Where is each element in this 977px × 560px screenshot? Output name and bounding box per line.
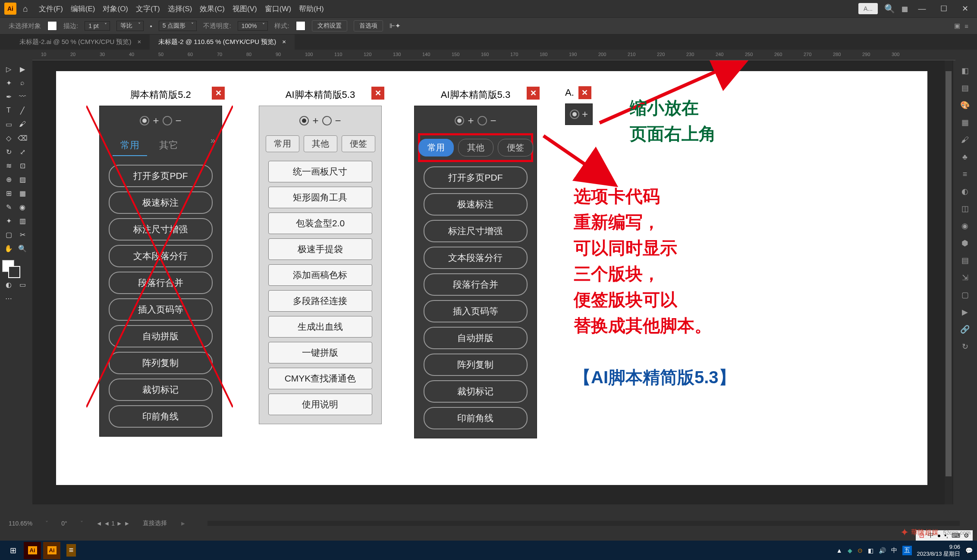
edit-toolbar[interactable]: ⋯: [2, 292, 15, 305]
slice-tool[interactable]: ✂: [16, 228, 29, 241]
doc-setup-button[interactable]: 文档设置: [312, 20, 347, 31]
transparency-panel-icon[interactable]: ◫: [955, 200, 975, 217]
panel53dark-close-button[interactable]: ✕: [527, 87, 540, 100]
script-button[interactable]: 阵列复制: [424, 354, 528, 376]
selection-tool[interactable]: ▷: [2, 63, 15, 75]
start-button[interactable]: ⊞: [4, 542, 22, 559]
script-button[interactable]: CMYK查找潘通色: [268, 368, 373, 389]
panel53light-close-button[interactable]: ✕: [371, 87, 384, 100]
script-button[interactable]: 标注尺寸增强: [424, 220, 528, 242]
gradient-panel-icon[interactable]: ◐: [955, 183, 975, 200]
actions-panel-icon[interactable]: ▶: [955, 304, 975, 320]
fill-swatch[interactable]: [47, 21, 57, 31]
notification-icon[interactable]: 💬: [965, 547, 973, 554]
search-icon[interactable]: 🔍: [884, 3, 895, 14]
radio-expand[interactable]: [140, 116, 149, 125]
script-button[interactable]: 极速标注: [109, 191, 213, 214]
script-button[interactable]: 使用说明: [268, 394, 373, 415]
script-button[interactable]: 插入页码等: [109, 298, 213, 321]
brushes-panel-icon[interactable]: 🖌: [955, 131, 975, 148]
script-button[interactable]: 插入页码等: [424, 300, 528, 322]
opacity-value[interactable]: 100%: [238, 21, 268, 31]
eyedropper-tool[interactable]: ✎: [2, 200, 15, 213]
radio-expand-d[interactable]: [455, 116, 464, 125]
taskbar-ai-2[interactable]: Ai: [43, 542, 60, 559]
script-button[interactable]: 包装盒型2.0: [268, 213, 373, 234]
script-button[interactable]: 标注尺寸增强: [109, 218, 213, 241]
vertical-scrollbar[interactable]: [945, 60, 952, 504]
script-button[interactable]: 文本段落分行: [109, 245, 213, 267]
taskbar-ai-1[interactable]: Ai: [24, 542, 41, 559]
rectangle-tool[interactable]: ▭: [2, 118, 15, 131]
mini-radio[interactable]: [570, 109, 579, 119]
radio-expand-l[interactable]: [299, 116, 309, 125]
script-button[interactable]: 印前角线: [109, 405, 213, 428]
tray-icon[interactable]: ◆: [848, 547, 852, 554]
pen-tool[interactable]: ✒: [2, 90, 15, 103]
minimize-icon[interactable]: —: [914, 4, 930, 13]
script-button[interactable]: 自动拼版: [109, 325, 213, 347]
tab-other-d[interactable]: 其他: [458, 139, 493, 156]
clock[interactable]: 9:06 2023/8/13 星期日: [917, 544, 960, 557]
script-button[interactable]: 打开多页PDF: [424, 166, 528, 189]
menu-select[interactable]: 选择(S): [168, 4, 192, 14]
hand-tool[interactable]: ✋: [2, 242, 15, 255]
screen-mode[interactable]: ▭: [16, 278, 29, 291]
shaper-tool[interactable]: ◇: [2, 131, 15, 144]
tab-notes-l[interactable]: 便签: [342, 135, 375, 152]
panel-menu-icon[interactable]: ≡: [964, 22, 968, 30]
asset-export-panel-icon[interactable]: ⇲: [955, 269, 975, 286]
line-tool[interactable]: ╱: [16, 104, 29, 117]
script-button[interactable]: 裁切标记: [109, 379, 213, 401]
doc-tab-1[interactable]: 未标题-2.ai @ 50 % (CMYK/CPU 预览) ×: [11, 34, 150, 50]
maximize-icon[interactable]: ☐: [936, 4, 951, 13]
menu-view[interactable]: 视图(V): [232, 4, 257, 14]
zoom-level[interactable]: 110.65%: [9, 520, 32, 527]
blend-tool[interactable]: ◉: [16, 200, 29, 213]
script-button[interactable]: 裁切标记: [424, 380, 528, 403]
type-tool[interactable]: T: [2, 104, 15, 117]
direct-select-tool[interactable]: ▶: [16, 63, 29, 75]
horizontal-scrollbar[interactable]: [207, 521, 960, 526]
stroke-color[interactable]: [8, 266, 20, 278]
script-button[interactable]: 多段路径连接: [268, 290, 373, 312]
shape-builder-tool[interactable]: ⊕: [2, 173, 15, 186]
script-button[interactable]: 一键拼版: [268, 342, 373, 363]
close-icon[interactable]: ✕: [958, 4, 973, 13]
chevron-right-icon[interactable]: »: [210, 135, 215, 156]
symbol-sprayer-tool[interactable]: ✦: [2, 214, 15, 227]
tray-icon[interactable]: ◧: [868, 547, 873, 554]
curvature-tool[interactable]: 〰: [16, 90, 29, 103]
color-panel-icon[interactable]: 🎨: [955, 97, 975, 113]
rotate-tool[interactable]: ↻: [2, 145, 15, 158]
tab-notes-d[interactable]: 便签: [498, 139, 533, 156]
uniform-dd[interactable]: 等比: [116, 21, 144, 31]
appearance-panel-icon[interactable]: ◉: [955, 218, 975, 234]
script-button[interactable]: 生成出血线: [268, 316, 373, 338]
tab-common-l[interactable]: 常用: [266, 135, 299, 152]
menu-effect[interactable]: 效果(C): [200, 4, 225, 14]
menu-edit[interactable]: 编辑(E): [71, 4, 95, 14]
tray-icon[interactable]: ▲: [836, 547, 842, 554]
panel-toggle-icon[interactable]: ▣: [954, 22, 960, 30]
zoom-tool[interactable]: 🔍: [16, 242, 29, 255]
perspective-tool[interactable]: ▨: [16, 173, 29, 186]
layers-panel-icon[interactable]: ▤: [955, 252, 975, 269]
magic-wand-tool[interactable]: ✦: [2, 76, 15, 89]
script-button[interactable]: 极速手提袋: [268, 238, 373, 260]
graphic-styles-panel-icon[interactable]: ⬢: [955, 235, 975, 251]
taskbar-app[interactable]: ≡: [63, 542, 80, 559]
history-panel-icon[interactable]: ↻: [955, 338, 975, 355]
menu-window[interactable]: 窗口(W): [265, 4, 291, 14]
style-swatch[interactable]: [296, 21, 305, 31]
properties-panel-icon[interactable]: ◧: [955, 63, 975, 79]
scale-tool[interactable]: ⤢: [16, 145, 29, 158]
script-button[interactable]: 矩形圆角工具: [268, 187, 373, 208]
artboards-panel-icon[interactable]: ▢: [955, 287, 975, 303]
stroke-panel-icon[interactable]: ≡: [955, 166, 975, 182]
script-button[interactable]: 段落行合并: [424, 273, 528, 296]
prefs-button[interactable]: 首选项: [354, 20, 383, 31]
tab-common-52[interactable]: 常用: [113, 135, 147, 156]
script-button[interactable]: 自动拼版: [424, 327, 528, 349]
draw-mode[interactable]: ◐: [2, 278, 15, 291]
